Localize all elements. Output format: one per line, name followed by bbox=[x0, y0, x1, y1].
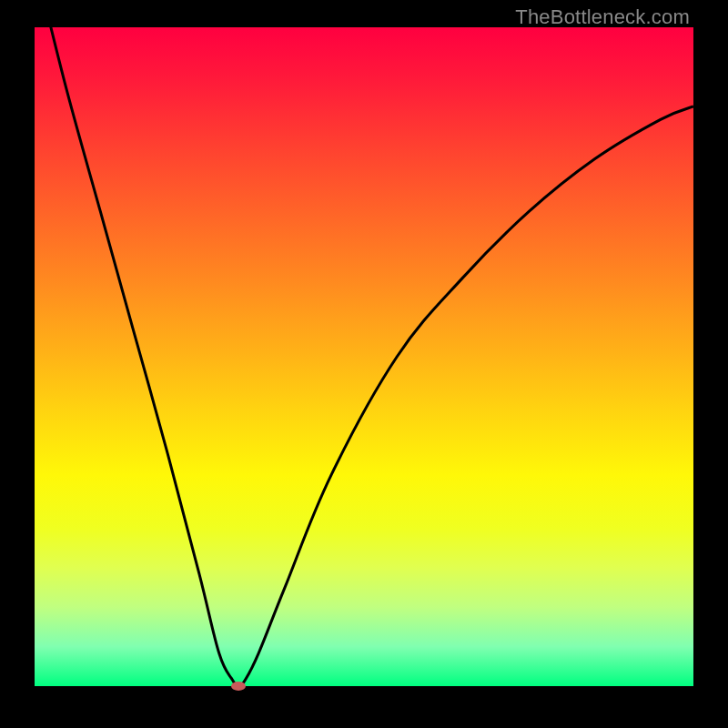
plot-area bbox=[35, 27, 693, 686]
watermark-text: TheBottleneck.com bbox=[515, 5, 690, 29]
optimal-point-marker bbox=[231, 682, 246, 691]
bottleneck-curve bbox=[35, 27, 693, 686]
chart-container: TheBottleneck.com bbox=[0, 0, 728, 728]
